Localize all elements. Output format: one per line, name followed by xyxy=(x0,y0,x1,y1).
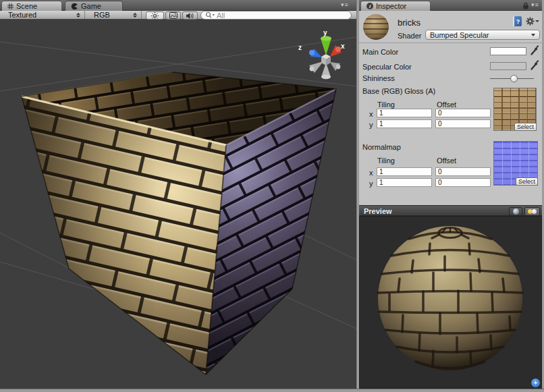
shininess-label: Shininess xyxy=(362,74,395,82)
speaker-icon xyxy=(186,12,194,20)
base-tiling-x-field[interactable] xyxy=(377,109,432,117)
main-color-swatch[interactable] xyxy=(490,47,526,55)
color-mode-dropdown[interactable]: RGB xyxy=(86,11,142,19)
render-mode-dropdown[interactable]: Textured xyxy=(0,11,85,19)
gizmo-x-label: x xyxy=(341,43,345,50)
lock-icon[interactable] xyxy=(522,2,529,9)
base-y-label: y xyxy=(369,121,373,129)
unity-editor-window: Scene Game ▾≡ Textured RGB xyxy=(0,0,544,392)
inspector-tabbar: i Inspector ▾≡ xyxy=(359,0,542,11)
base-x-label: x xyxy=(369,110,373,118)
normal-tiling-x-field[interactable] xyxy=(377,167,432,176)
base-offset-x-field[interactable] xyxy=(435,109,491,117)
add-button[interactable]: + xyxy=(531,379,540,387)
inspector-panel-menu-icon[interactable]: ▾≡ xyxy=(531,1,539,8)
normal-offset-header: Offset xyxy=(437,157,456,165)
specular-color-swatch[interactable] xyxy=(490,62,526,70)
gizmo-z-label: z xyxy=(298,44,302,51)
preview-sphere-button[interactable] xyxy=(509,207,522,216)
shader-label: Shader xyxy=(398,32,421,40)
bottom-edge xyxy=(0,389,544,392)
color-mode-value: RGB xyxy=(94,11,110,19)
updown-arrows-icon xyxy=(71,13,80,18)
scene-audio-toggle[interactable] xyxy=(182,11,198,20)
base-offset-header: Offset xyxy=(437,101,456,109)
normal-texture-select-button[interactable]: Select xyxy=(516,177,538,186)
scene-pane: Scene Game ▾≡ Textured RGB xyxy=(0,0,356,389)
base-map-label: Base (RGB) Gloss (A) xyxy=(362,87,435,95)
gear-menu-arrow-icon xyxy=(535,20,539,22)
gizmo-y-label: y xyxy=(323,29,327,36)
shader-value: Bumped Specular xyxy=(430,31,489,39)
shader-dropdown[interactable]: Bumped Specular xyxy=(425,30,540,40)
chevron-down-icon xyxy=(531,34,535,36)
normal-map-label: Normalmap xyxy=(362,143,401,151)
tab-scene[interactable]: Scene xyxy=(1,1,62,11)
material-name: bricks xyxy=(398,18,420,28)
base-tiling-header: Tiling xyxy=(377,101,395,109)
image-icon xyxy=(169,12,178,19)
material-thumbnail[interactable] xyxy=(363,14,389,40)
scene-fx-toggle[interactable] xyxy=(165,11,181,20)
scene-panel-menu-icon[interactable]: ▾≡ xyxy=(341,1,349,8)
preview-lighting-button[interactable] xyxy=(524,207,540,216)
normal-y-label: y xyxy=(369,179,373,188)
base-tiling-y-field[interactable] xyxy=(377,119,432,128)
scene-lighting-toggle[interactable] xyxy=(146,11,164,20)
base-texture-select-button[interactable]: Select xyxy=(514,123,537,131)
main-color-label: Main Color xyxy=(362,48,398,56)
search-placeholder: All xyxy=(217,11,225,20)
preview-sphere[interactable] xyxy=(360,217,541,388)
tab-scene-label: Scene xyxy=(16,2,37,10)
shininess-handle[interactable] xyxy=(510,75,518,82)
material-header: bricks Shader Bumped Specular ? xyxy=(359,11,542,43)
help-book-icon[interactable]: ? xyxy=(513,16,522,26)
render-mode-value: Textured xyxy=(8,11,36,19)
scene-tabbar: Scene Game ▾≡ xyxy=(0,0,356,11)
tab-game-label: Game xyxy=(81,2,101,10)
sun-icon xyxy=(151,12,159,20)
grid-icon xyxy=(7,3,13,9)
inspector-pane: i Inspector ▾≡ bricks Shader Bumped Spec… xyxy=(359,0,542,389)
light-dot-white-icon xyxy=(532,209,537,214)
search-icon xyxy=(205,11,215,19)
updown-arrows-icon xyxy=(128,13,137,18)
tab-game[interactable]: Game xyxy=(65,1,123,11)
normal-tiling-header: Tiling xyxy=(377,157,395,165)
tab-inspector-label: Inspector xyxy=(376,2,406,10)
normal-offset-x-field[interactable] xyxy=(435,167,491,176)
normal-x-label: x xyxy=(369,169,373,177)
normal-tiling-y-field[interactable] xyxy=(377,178,432,187)
scene-viewport[interactable]: y x z xyxy=(0,20,356,389)
scene-toolbar: Textured RGB xyxy=(0,11,356,20)
eyedropper-icon[interactable] xyxy=(530,60,539,71)
shininess-slider[interactable] xyxy=(490,78,534,79)
specular-color-label: Specular Color xyxy=(362,63,412,71)
scene-search-field[interactable]: All xyxy=(200,11,352,20)
preview-body: + xyxy=(359,216,542,389)
eyedropper-icon[interactable] xyxy=(530,45,539,56)
gear-icon[interactable] xyxy=(526,17,535,26)
game-icon xyxy=(71,3,78,10)
preview-header[interactable]: Preview xyxy=(359,205,542,216)
preview-title: Preview xyxy=(364,207,392,215)
base-offset-y-field[interactable] xyxy=(435,119,491,128)
normal-offset-y-field[interactable] xyxy=(435,178,491,187)
sphere-icon xyxy=(513,208,519,215)
info-icon: i xyxy=(366,3,373,9)
tab-inspector[interactable]: i Inspector xyxy=(360,1,431,11)
